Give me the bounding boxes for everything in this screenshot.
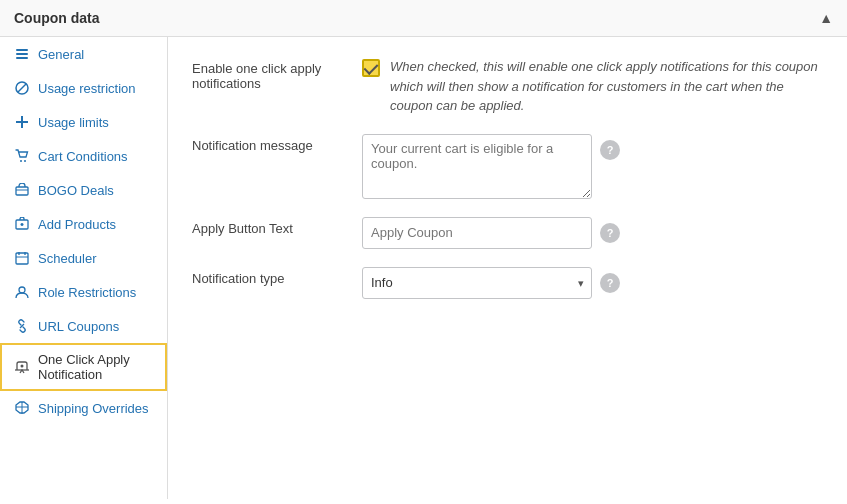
svg-point-8 [24,160,26,162]
enable-notifications-checkbox[interactable] [362,59,380,77]
sidebar-item-bogo-deals[interactable]: BOGO Deals [0,173,167,207]
main-content: Enable one click apply notifications Whe… [168,37,847,499]
help-icon-label-3: ? [607,277,614,289]
sidebar-label-bogo-deals: BOGO Deals [38,183,114,198]
notification-message-input[interactable] [362,134,592,199]
help-icon-label-2: ? [607,227,614,239]
sidebar-label-add-products: Add Products [38,217,116,232]
enable-notifications-field: When checked, this will enable one click… [362,57,823,116]
sidebar-item-cart-conditions[interactable]: Cart Conditions [0,139,167,173]
notification-type-select[interactable]: Info Success Warning Error [362,267,592,299]
header-title: Coupon data [14,10,100,26]
sidebar-item-one-click-apply[interactable]: One Click Apply Notification [0,343,167,391]
sidebar-label-role-restrictions: Role Restrictions [38,285,136,300]
scheduler-icon [14,250,30,266]
help-icon-label: ? [607,144,614,156]
svg-line-4 [18,84,26,92]
notification-type-field: Info Success Warning Error ▾ ? [362,267,823,299]
apply-button-text-row: Apply Button Text ? [192,217,823,249]
enable-checkbox-wrap [362,59,380,80]
sidebar-label-scheduler: Scheduler [38,251,97,266]
notification-type-row: Notification type Info Success Warning E… [192,267,823,299]
apply-button-text-input[interactable] [362,217,592,249]
apply-button-text-help-icon[interactable]: ? [600,223,620,243]
notification-message-help-icon[interactable]: ? [600,140,620,160]
sidebar-item-general[interactable]: General [0,37,167,71]
collapse-icon[interactable]: ▲ [819,10,833,26]
url-coupons-icon [14,318,30,334]
sidebar-item-usage-limits[interactable]: Usage limits [0,105,167,139]
apply-button-text-label: Apply Button Text [192,217,362,236]
shipping-overrides-icon [14,400,30,416]
svg-rect-0 [16,49,28,51]
enable-notifications-label: Enable one click apply notifications [192,57,362,91]
notification-type-select-wrap: Info Success Warning Error ▾ [362,267,592,299]
general-icon [14,46,30,62]
usage-restriction-icon [14,80,30,96]
sidebar-item-usage-restriction[interactable]: Usage restriction [0,71,167,105]
sidebar-item-url-coupons[interactable]: URL Coupons [0,309,167,343]
bogo-deals-icon [14,182,30,198]
apply-button-text-field: ? [362,217,823,249]
notification-message-label: Notification message [192,134,362,153]
role-restrictions-icon [14,284,30,300]
notification-message-row: Notification message ? [192,134,823,199]
sidebar-label-general: General [38,47,84,62]
sidebar: General Usage restriction Usage limits [0,37,168,499]
enable-row: When checked, this will enable one click… [362,57,823,116]
svg-rect-2 [16,57,28,59]
coupon-data-header: Coupon data ▲ [0,0,847,37]
sidebar-label-url-coupons: URL Coupons [38,319,119,334]
notification-message-field: ? [362,134,823,199]
svg-rect-9 [16,187,28,195]
usage-limits-icon [14,114,30,130]
svg-rect-14 [16,253,28,264]
sidebar-item-scheduler[interactable]: Scheduler [0,241,167,275]
svg-point-19 [21,365,24,368]
sidebar-label-cart-conditions: Cart Conditions [38,149,128,164]
sidebar-item-add-products[interactable]: Add Products [0,207,167,241]
svg-point-7 [20,160,22,162]
enable-notifications-row: Enable one click apply notifications Whe… [192,57,823,116]
sidebar-label-usage-restriction: Usage restriction [38,81,136,96]
svg-rect-1 [16,53,28,55]
notification-type-label: Notification type [192,267,362,286]
sidebar-item-role-restrictions[interactable]: Role Restrictions [0,275,167,309]
cart-conditions-icon [14,148,30,164]
sidebar-label-usage-limits: Usage limits [38,115,109,130]
one-click-apply-icon [14,359,30,375]
sidebar-label-shipping-overrides: Shipping Overrides [38,401,149,416]
add-products-icon [14,216,30,232]
notification-type-help-icon[interactable]: ? [600,273,620,293]
sidebar-label-one-click-apply: One Click Apply Notification [38,352,153,382]
svg-point-18 [19,287,25,293]
sidebar-item-shipping-overrides[interactable]: Shipping Overrides [0,391,167,425]
enable-notifications-description: When checked, this will enable one click… [390,57,823,116]
